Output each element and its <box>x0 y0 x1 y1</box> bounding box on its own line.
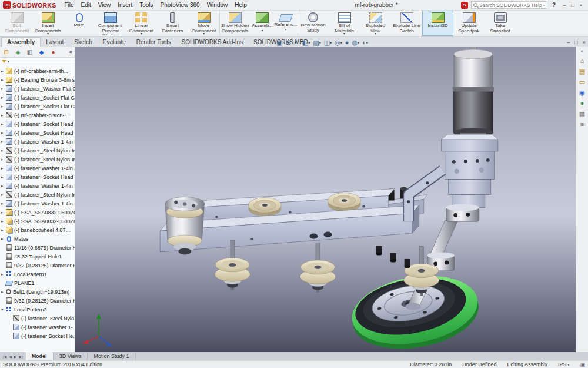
forum-icon[interactable]: ≡ <box>580 121 584 128</box>
tree-filter-row[interactable]: ▾ <box>0 58 75 65</box>
linear-component-pattern-button[interactable]: Linear Component Pattern ▾ <box>126 11 157 36</box>
document-tab[interactable]: Motion Study 1 <box>88 352 135 360</box>
tree-item[interactable]: ▸ Mates <box>0 234 75 243</box>
menu-item[interactable]: Window <box>203 1 232 9</box>
scroll-left-button[interactable]: ◀ <box>8 354 12 359</box>
dimxpertmanager-tab-icon[interactable]: ◆ <box>36 49 46 55</box>
document-tab[interactable]: Model <box>26 352 54 360</box>
edit-component-button[interactable]: Edit Component <box>1 11 32 36</box>
previous-view-icon[interactable]: ↶ <box>293 39 300 46</box>
expand-arrow[interactable]: ▸ <box>1 272 6 277</box>
expand-arrow[interactable]: ▸ <box>1 219 6 224</box>
appearances-scenes-icon[interactable]: ● <box>580 100 584 107</box>
expand-arrow[interactable]: ▸ <box>1 122 6 127</box>
tree-item[interactable]: ▸ (-) fastener_Steel Nylon-In... <box>0 155 75 164</box>
doc-close-button[interactable]: × <box>583 39 586 45</box>
minimize-button[interactable]: – <box>560 2 569 8</box>
expand-arrow[interactable]: ▸ <box>1 193 6 197</box>
scroll-first-button[interactable]: |◀ <box>2 354 7 359</box>
search-input[interactable] <box>479 2 542 8</box>
task-pane-collapse-icon[interactable]: « <box>580 48 583 54</box>
view-orientation-icon[interactable]: ▧▾ <box>312 39 322 46</box>
expand-arrow[interactable]: ▸ <box>1 166 6 171</box>
tree-item[interactable]: ▸ (-) mf-grabber-arm-th... <box>0 67 75 75</box>
configurationmanager-tab-icon[interactable]: ◧ <box>25 49 35 55</box>
panel-flyout-arrow[interactable]: » <box>69 49 74 55</box>
tree-item[interactable]: (-) fastener Socket He... <box>0 331 75 340</box>
expand-arrow[interactable]: ▸ <box>1 210 6 215</box>
tree-item[interactable]: 9/32 (0.28125) Diameter H... <box>0 261 75 270</box>
command-tab[interactable]: Sketch <box>69 38 98 47</box>
expand-arrow[interactable]: ▸ <box>1 201 6 206</box>
expand-arrow[interactable]: ▸ <box>1 104 6 109</box>
tree-item[interactable]: 11/16 (0.6875) Diameter H... <box>0 243 75 252</box>
expand-arrow[interactable]: ▸ <box>1 131 6 135</box>
show-hidden-components-button[interactable]: Show Hidden Components <box>219 11 250 36</box>
tree-item[interactable]: ▸ LocalPattern1 <box>0 270 75 279</box>
component-preview-window-button[interactable]: Component Preview Window <box>95 11 126 36</box>
explode-line-sketch-button[interactable]: Explode Line Sketch <box>391 11 422 36</box>
expand-arrow[interactable]: ▸ <box>1 157 6 162</box>
tree-item[interactable]: ▸ (-) fastener_Socket Flat Ca... <box>0 102 75 111</box>
search-dropdown-icon[interactable]: ▾ <box>543 3 545 7</box>
exploded-view-button[interactable]: Exploded View ▾ <box>360 11 391 36</box>
file-explorer-icon[interactable]: ▭ <box>579 79 585 85</box>
scroll-last-button[interactable]: ▶| <box>18 354 23 359</box>
tree-item[interactable]: ▸ (-) fastener Washer 1-4in S... <box>0 199 75 208</box>
mate-button[interactable]: Mate <box>64 11 95 36</box>
menu-item[interactable]: Edit <box>77 1 94 9</box>
expand-arrow[interactable]: ▸ <box>1 148 6 153</box>
smart-fasteners-button[interactable]: Smart Fasteners <box>157 11 188 36</box>
expand-arrow[interactable]: ▸ <box>1 184 6 188</box>
bill-of-materials-button[interactable]: Bill of Materials ▾ <box>329 11 360 36</box>
status-panel-icon[interactable]: ▣ <box>580 362 585 367</box>
tree-item[interactable]: ▸ (-) fastener_Steel Nylon-In... <box>0 146 75 155</box>
tree-item[interactable]: ▸ (-) fastener_Steel Nylon-In... <box>0 190 75 199</box>
expand-arrow[interactable]: ▸ <box>1 69 6 74</box>
tree-item[interactable]: ▸ (-) fastener_Socket Head C... <box>0 128 75 137</box>
design-library-icon[interactable]: ▤ <box>579 68 585 75</box>
view-settings-icon[interactable]: ◐▾ <box>361 39 369 46</box>
expand-arrow[interactable]: ▸ <box>1 175 6 180</box>
expand-arrow[interactable]: ▸ <box>1 237 6 241</box>
tree-item[interactable]: (-) fastener_Steel Nylo... <box>0 314 75 323</box>
tree-item[interactable]: ▸ Belt1 (Length=19.913in) <box>0 287 75 296</box>
tree-item[interactable]: ▸ (-) fastener_Socket Flat Ca... <box>0 93 75 102</box>
instant3d-button[interactable]: Instant3D <box>422 11 453 36</box>
expand-arrow[interactable]: ▸ <box>1 140 6 144</box>
maximize-button[interactable]: □ <box>569 2 577 8</box>
new-motion-study-button[interactable]: New Motion Study <box>298 11 329 36</box>
menu-item[interactable]: Insert <box>114 1 136 9</box>
doc-minimize-button[interactable]: – <box>567 39 570 45</box>
command-tab[interactable]: Render Tools <box>131 38 176 47</box>
doc-restore-button[interactable]: □ <box>574 39 577 45</box>
tree-item[interactable]: ▸ (-) fastener_Washer Flat O... <box>0 84 75 93</box>
tree-item[interactable]: PLANE1 <box>0 279 75 287</box>
graphics-viewport[interactable] <box>75 47 576 352</box>
expand-arrow[interactable]: ▸ <box>1 95 6 100</box>
hide-show-items-icon[interactable]: ◎▾ <box>333 39 343 46</box>
tree-item[interactable]: ▸ (-) fastener_Socket Head C... <box>0 120 75 128</box>
menu-item[interactable]: Help <box>231 1 250 9</box>
tree-item[interactable]: ▸ (-) Bearing Bronze 3-8in s... <box>0 75 75 84</box>
view-palette-icon[interactable]: ◉ <box>579 89 585 96</box>
edit-appearance-icon[interactable]: ● <box>344 39 350 46</box>
apply-scene-icon[interactable]: ◍▾ <box>350 39 360 46</box>
close-button[interactable]: × <box>577 2 585 8</box>
command-tab[interactable]: Evaluate <box>98 38 131 47</box>
search-box[interactable]: ▾ <box>471 1 547 9</box>
menu-item[interactable]: Tools <box>136 1 156 9</box>
tree-item[interactable]: ▸ (-) fastener_Socket Head C... <box>0 173 75 181</box>
menu-item[interactable]: File <box>61 1 77 9</box>
document-tab[interactable]: 3D Views <box>54 352 88 360</box>
expand-arrow[interactable]: ▸ <box>1 290 6 294</box>
featuremanager-tab-icon[interactable]: ⊞ <box>1 49 11 55</box>
display-style-icon[interactable]: ◫▾ <box>323 39 333 46</box>
motor[interactable] <box>453 47 494 141</box>
viewport-3d-scene[interactable] <box>75 47 576 352</box>
section-view-icon[interactable]: ◧▾ <box>301 39 311 46</box>
expand-arrow[interactable]: ▾ <box>1 307 6 312</box>
propertymanager-tab-icon[interactable]: ◈ <box>13 49 23 55</box>
command-tab[interactable]: Layout <box>41 38 69 47</box>
tree-item[interactable]: ▸ (-) banebotwheel 4.87... <box>0 226 75 234</box>
